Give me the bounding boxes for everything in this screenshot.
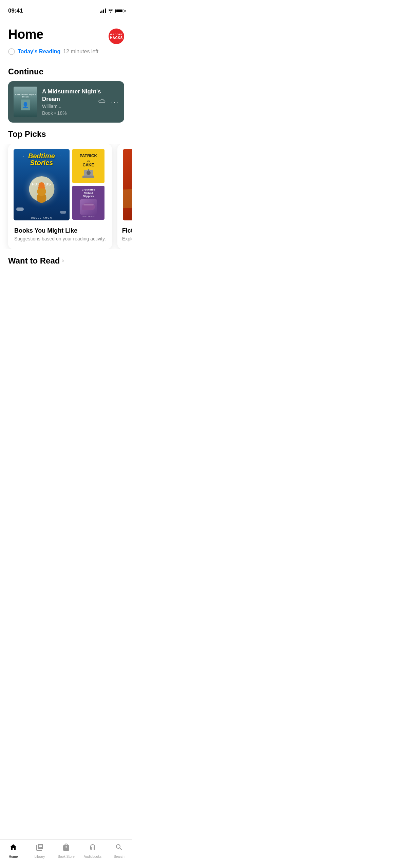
fiction-label: Fiction Explore best-selling books in th… [117, 222, 132, 242]
books-you-might-like-card[interactable]: ★ ★ ★ ★ Bedtime Stories FOR KIDS [8, 144, 112, 249]
book-progress: Book • 18% [42, 110, 119, 116]
avatar[interactable]: GADGET HACKS [109, 29, 124, 44]
page-title: Home [8, 27, 43, 42]
status-bar: 09:41 [0, 0, 132, 17]
books-might-like-title: Books You Might Like [14, 227, 106, 234]
page-header: Home GADGET HACKS [0, 17, 132, 44]
top-picks-section-title: Top Picks [0, 123, 132, 144]
books-might-like-desc: Suggestions based on your reading activi… [14, 236, 106, 242]
avatar-text-top: GADGET [110, 33, 122, 36]
book-thumbnail: A Midsummer Night's Dream 👤 [14, 87, 37, 117]
wifi-icon [108, 8, 113, 14]
status-time: 09:41 [8, 7, 23, 14]
crocheted-slippers-cover: CrochetedRibbedSlippers JANS FRANK [72, 186, 104, 220]
continue-section-title: Continue [0, 60, 132, 81]
signal-icon [100, 9, 106, 13]
continue-actions: ··· [98, 98, 119, 106]
want-to-read-section[interactable]: Want to Read › [0, 249, 132, 266]
fiction-desc: Explore best-selling books in this genre… [122, 236, 132, 242]
battery-icon [115, 9, 124, 13]
books-might-like-label: Books You Might Like Suggestions based o… [8, 222, 112, 242]
reading-goal[interactable]: Today's Reading 12 minutes left [0, 44, 132, 55]
reading-circle-icon [8, 48, 15, 55]
reading-label: Today's Reading [18, 49, 60, 55]
top-picks-container: ★ ★ ★ ★ Bedtime Stories FOR KIDS [0, 144, 132, 249]
side-books: PATRICKVSCAKE [72, 149, 104, 222]
books-cover-area: ★ ★ ★ ★ Bedtime Stories FOR KIDS [8, 144, 112, 222]
fiction-card[interactable]: #1 New York Times KRIS- TIN HAN- THEWO- … [117, 144, 132, 249]
continue-book-card[interactable]: A Midsummer Night's Dream 👤 A Midsummer … [8, 81, 124, 123]
want-to-read-title: Want to Read [8, 256, 60, 266]
more-options-icon[interactable]: ··· [111, 98, 119, 106]
cloud-icon [98, 98, 106, 105]
patrick-cake-cover: PATRICKVSCAKE [72, 149, 104, 183]
fiction-title: Fiction [122, 227, 132, 234]
status-icons [100, 8, 124, 14]
bedtime-stories-cover: ★ ★ ★ ★ Bedtime Stories FOR KIDS [14, 149, 70, 220]
want-to-read-chevron: › [62, 257, 64, 264]
avatar-text-bottom: HACKS [110, 36, 123, 40]
reading-time: 12 minutes left [63, 49, 98, 55]
